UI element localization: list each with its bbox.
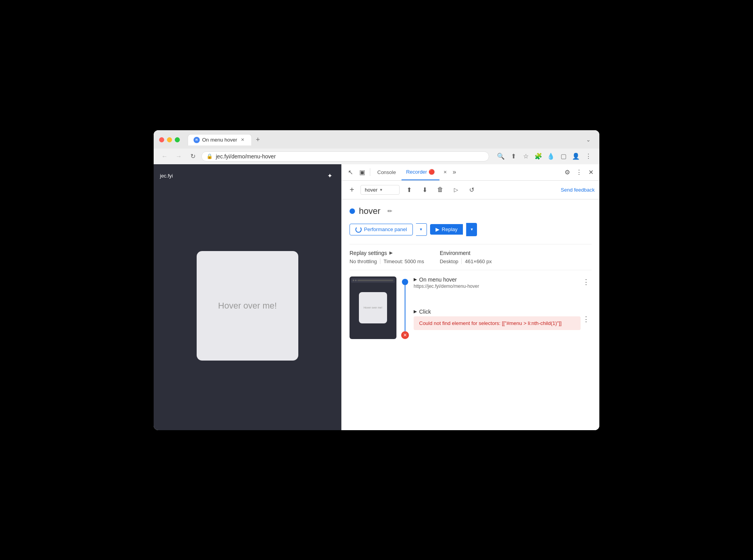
action-buttons-row: Performance panel ▾ ▶ Replay ▾: [350, 223, 592, 236]
replay-settings-values: No throttling Timeout: 5000 ms: [350, 258, 424, 264]
chevron-down-icon[interactable]: ⌄: [583, 134, 594, 145]
more-tabs-icon[interactable]: »: [449, 167, 460, 178]
back-button[interactable]: ←: [159, 151, 170, 162]
step-dot-blue: [402, 279, 408, 285]
replay-settings-col: Replay settings ▶ No throttling Timeout:…: [350, 250, 424, 264]
tab-console[interactable]: Console: [373, 164, 401, 180]
settings-section: Replay settings ▶ No throttling Timeout:…: [350, 244, 592, 270]
share-icon[interactable]: ⬆: [508, 151, 519, 162]
bookmark-icon[interactable]: ☆: [520, 151, 531, 162]
address-text: jec.fyi/demo/menu-hover: [216, 153, 484, 160]
click-step-name: Click: [419, 309, 431, 315]
add-recording-button[interactable]: +: [346, 184, 357, 195]
step-preview-hover-card: Hover over me!: [359, 292, 387, 323]
replay-label: Replay: [442, 226, 457, 232]
theme-toggle-button[interactable]: ✦: [324, 171, 335, 181]
environment-col: Environment Desktop 461×660 px: [440, 250, 492, 264]
site-name: jec.fyi: [160, 173, 173, 179]
performance-panel-dropdown-button[interactable]: ▾: [416, 223, 427, 236]
recording-name: hover: [359, 206, 380, 216]
search-icon[interactable]: 🔍: [495, 151, 506, 162]
recording-header: hover ✏: [350, 206, 592, 217]
new-tab-button[interactable]: +: [253, 135, 264, 145]
step-item: Hover over me! ✕: [350, 276, 592, 339]
step-content: ▶ On menu hover https://jec.fyi/demo/men…: [414, 276, 592, 339]
devtools-toolbar: ↖ ▣ Console Recorder 🔴 ✕ » ⚙ ⋮ ✕: [342, 164, 599, 181]
replay-settings-label: Replay settings: [350, 250, 387, 256]
main-area: jec.fyi ✦ Hover over me! ↖ ▣ Console Rec…: [154, 164, 599, 430]
replay-settings-expand-icon: ▶: [389, 250, 393, 255]
settings-icon[interactable]: ⚙: [562, 167, 573, 178]
play-button[interactable]: ▷: [450, 183, 462, 196]
address-actions: 🔍 ⬆ ☆ 🧩 💧 ▢ 👤 ⋮: [495, 151, 594, 162]
environment-label: Environment: [440, 250, 471, 256]
step-preview-thumbnail: Hover over me!: [350, 276, 396, 339]
upload-button[interactable]: ⬆: [403, 183, 415, 196]
replay-play-icon: ▶: [436, 226, 439, 232]
click-step-title-row: ▶ Click: [414, 309, 581, 315]
tab-recorder[interactable]: Recorder 🔴: [402, 164, 439, 180]
page-content: jec.fyi ✦ Hover over me!: [154, 164, 341, 430]
more-devtools-icon[interactable]: ⋮: [574, 167, 584, 178]
settings-divider: [380, 258, 380, 264]
click-step-expand-icon: ▶: [414, 309, 417, 314]
error-message: Could not find element for selectors: [[…: [419, 320, 561, 326]
tab-bar: R On menu hover ✕ +: [188, 134, 264, 145]
step-more-button[interactable]: ⋮: [581, 276, 592, 287]
replay-button[interactable]: ▶ Replay: [430, 224, 463, 235]
step-url: https://jec.fyi/demo/menu-hover: [414, 284, 479, 289]
extension-icon[interactable]: 🧩: [533, 151, 544, 162]
timeout-value: Timeout: 5000 ms: [384, 258, 424, 264]
minimize-window-button[interactable]: [167, 137, 172, 142]
replay-settings-button[interactable]: ↺: [465, 183, 478, 196]
recorder-tab-close-button[interactable]: ✕: [442, 169, 448, 175]
close-window-button[interactable]: [159, 137, 164, 142]
dropdown-arrow-icon: ▾: [380, 187, 382, 192]
step-timeline-content: ✕ ▶ On menu hover: [401, 276, 592, 339]
window-icon[interactable]: ▢: [558, 151, 569, 162]
address-input-wrap[interactable]: 🔒 jec.fyi/demo/menu-hover: [201, 151, 489, 162]
active-tab[interactable]: R On menu hover ✕: [188, 134, 252, 145]
replay-dropdown-button[interactable]: ▾: [466, 223, 477, 236]
click-step-more-button[interactable]: ⋮: [581, 314, 592, 325]
hover-card-text: Hover over me!: [218, 301, 277, 311]
recording-dropdown[interactable]: hover ▾: [360, 185, 400, 195]
step-line: [405, 285, 405, 331]
performance-panel-icon: [355, 226, 362, 233]
download-button[interactable]: ⬇: [418, 183, 431, 196]
maximize-window-button[interactable]: [175, 137, 180, 142]
devtools-panel: ↖ ▣ Console Recorder 🔴 ✕ » ⚙ ⋮ ✕ +: [341, 164, 599, 430]
eyedropper-icon[interactable]: 💧: [545, 151, 556, 162]
dock-tool-button[interactable]: ▣: [357, 167, 368, 178]
reload-button[interactable]: ↻: [187, 151, 198, 162]
profile-icon[interactable]: 👤: [570, 151, 581, 162]
tab-favicon: R: [194, 137, 200, 143]
environment-values: Desktop 461×660 px: [440, 258, 492, 264]
address-bar: ← → ↻ 🔒 jec.fyi/demo/menu-hover 🔍 ⬆ ☆ 🧩 …: [154, 149, 599, 164]
hover-card[interactable]: Hover over me!: [197, 251, 298, 361]
delete-button[interactable]: 🗑: [434, 183, 446, 196]
step-name: On menu hover: [419, 276, 457, 283]
step-dot-red: ✕: [401, 331, 409, 339]
recorder-content: hover ✏ Performance panel ▾ ▶ Replay ▾: [342, 199, 599, 430]
step-expand-icon: ▶: [414, 277, 417, 282]
cursor-tool-button[interactable]: ↖: [345, 167, 356, 178]
more-options-icon[interactable]: ⋮: [583, 151, 594, 162]
performance-panel-label: Performance panel: [364, 226, 407, 232]
send-feedback-link[interactable]: Send feedback: [561, 187, 595, 193]
performance-panel-button[interactable]: Performance panel: [350, 224, 413, 235]
window-controls: [159, 137, 180, 142]
tab-close-button[interactable]: ✕: [240, 137, 246, 143]
replay-settings-header[interactable]: Replay settings ▶: [350, 250, 424, 256]
device-value: Desktop: [440, 258, 459, 264]
edit-recording-name-button[interactable]: ✏: [384, 206, 395, 217]
lock-icon: 🔒: [206, 153, 213, 159]
tab-title: On menu hover: [202, 137, 237, 143]
title-bar: R On menu hover ✕ + ⌄: [154, 130, 599, 149]
step-title-row: ▶ On menu hover: [414, 276, 479, 283]
environment-header: Environment: [440, 250, 492, 256]
close-devtools-button[interactable]: ✕: [585, 167, 596, 178]
step-timeline: ✕: [401, 276, 409, 339]
throttling-value: No throttling: [350, 258, 377, 264]
forward-button[interactable]: →: [173, 151, 184, 162]
